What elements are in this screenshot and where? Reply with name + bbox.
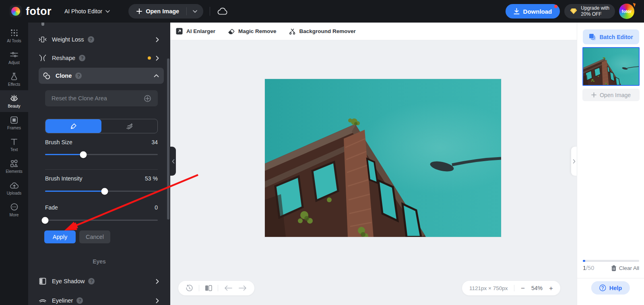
- sidebar-item-effects[interactable]: Effects: [0, 68, 28, 90]
- help-badge-icon[interactable]: ?: [76, 297, 83, 304]
- feature-row-eye-shadow[interactable]: Eye Shadow ?: [39, 273, 164, 289]
- help-button[interactable]: Help: [591, 281, 630, 295]
- tab-background-remover[interactable]: Background Remover: [289, 28, 356, 35]
- reshape-icon: [39, 54, 47, 62]
- help-badge-icon[interactable]: ?: [88, 36, 94, 43]
- arrow-left-icon: [224, 285, 233, 291]
- adjust-icon: [10, 51, 18, 59]
- slider-label: Fade: [45, 204, 58, 211]
- chevron-left-icon: [172, 159, 175, 164]
- sidebar-item-ai-tools[interactable]: AI Tools: [0, 25, 28, 47]
- zoom-toolbar: 1121px × 750px − 54% +: [462, 281, 560, 295]
- app-title-label: AI Photo Editor: [64, 8, 102, 15]
- ai-tools-icon: [10, 29, 18, 37]
- clipped-list-fragment: [41, 23, 44, 26]
- batch-editor-label: Batch Editor: [599, 34, 633, 40]
- divider: [514, 285, 514, 291]
- clear-all-button[interactable]: Clear All: [611, 265, 639, 271]
- cloud-sync-button[interactable]: [217, 7, 228, 15]
- arrow-right-icon: [238, 285, 247, 291]
- image-thumbnail-selected[interactable]: [582, 47, 640, 86]
- feature-label: Weight Loss: [52, 36, 84, 43]
- collapse-left-panel-handle[interactable]: [170, 147, 176, 176]
- open-image-label: Open Image: [146, 8, 179, 15]
- chevron-down-icon: [193, 10, 197, 13]
- slider-thumb[interactable]: [101, 188, 108, 195]
- image-dimensions: 1121px × 750px: [469, 285, 508, 291]
- sidebar-item-more[interactable]: More: [0, 199, 28, 221]
- tab-label: Magic Remove: [238, 28, 277, 34]
- divider: [45, 169, 158, 170]
- diamond-icon: [570, 8, 577, 15]
- brush-tool-tab[interactable]: [45, 119, 101, 133]
- open-image-button[interactable]: Open Image: [128, 4, 186, 19]
- panel-scrollbar[interactable]: [167, 58, 169, 220]
- redo-button[interactable]: [238, 285, 247, 291]
- squiggle-icon: [126, 123, 134, 129]
- undo-button[interactable]: [224, 285, 233, 291]
- upgrade-label: Upgrade with20% OFF: [581, 5, 609, 17]
- apply-button[interactable]: Apply: [44, 230, 76, 243]
- slider-fill: [45, 191, 105, 192]
- sidebar-item-uploads[interactable]: Uploads: [0, 177, 28, 199]
- sidebar-item-beauty[interactable]: Beauty: [0, 90, 28, 112]
- fade-slider[interactable]: [45, 220, 158, 221]
- sidebar-item-elements[interactable]: Elements: [0, 156, 28, 177]
- help-icon: [599, 284, 606, 291]
- upgrade-button[interactable]: Upgrade with20% OFF: [564, 4, 615, 19]
- brush-size-slider[interactable]: [45, 154, 158, 155]
- history-button[interactable]: [186, 284, 193, 292]
- sidebar-item-label: Effects: [8, 82, 20, 87]
- pro-badge: [632, 3, 636, 7]
- batch-editor-button[interactable]: Batch Editor: [583, 29, 639, 44]
- compare-button[interactable]: [205, 285, 212, 291]
- tab-magic-remove[interactable]: Magic Remove: [228, 28, 277, 35]
- batch-count-row: 1 /50 Clear All: [583, 265, 639, 271]
- eyeliner-icon: [39, 298, 47, 303]
- clone-icon: [43, 72, 51, 80]
- eye-shadow-icon: [39, 278, 47, 285]
- reset-clone-area-button[interactable]: Reset the Clone Area: [45, 90, 158, 106]
- help-badge-icon[interactable]: ?: [79, 55, 85, 61]
- fotor-logo[interactable]: fotor: [10, 5, 52, 18]
- erase-tool-tab[interactable]: [101, 119, 157, 133]
- sidebar-open-image-button[interactable]: Open Image: [582, 89, 640, 101]
- eraser-icon: [228, 28, 235, 35]
- zoom-out-button[interactable]: −: [521, 285, 525, 292]
- account-avatar[interactable]: fotor: [619, 4, 634, 19]
- zoom-in-button[interactable]: +: [549, 285, 553, 292]
- app-switcher[interactable]: AI Photo Editor: [64, 8, 110, 15]
- cancel-button[interactable]: Cancel: [79, 230, 110, 243]
- download-button[interactable]: Download: [506, 4, 560, 19]
- feature-row-weight-loss[interactable]: Weight Loss ?: [39, 31, 164, 48]
- edited-photo[interactable]: [265, 79, 501, 237]
- feature-row-clone[interactable]: Clone ?: [39, 68, 164, 84]
- open-image-dropdown[interactable]: [187, 4, 203, 19]
- history-toolbar: [178, 281, 254, 295]
- sidebar-item-adjust[interactable]: Adjust: [0, 47, 28, 68]
- download-icon: [514, 8, 520, 15]
- chevron-right-icon: [156, 37, 159, 42]
- plus-icon: [591, 92, 597, 98]
- avatar-label: fotor: [621, 9, 632, 14]
- feature-row-eyeliner[interactable]: Eyeliner ?: [39, 293, 164, 305]
- sidebar-item-text[interactable]: Text: [0, 134, 28, 156]
- slider-thumb[interactable]: [42, 217, 49, 224]
- help-badge-icon[interactable]: ?: [88, 278, 95, 284]
- feature-row-reshape[interactable]: Reshape ?: [39, 50, 164, 66]
- help-badge-icon[interactable]: ?: [75, 73, 82, 79]
- sidebar-item-label: Beauty: [8, 104, 20, 108]
- brush-size-header: Brush Size 34: [45, 139, 158, 145]
- ai-enlarger-icon: [176, 28, 183, 35]
- slider-thumb[interactable]: [80, 151, 87, 158]
- brush-intensity-slider[interactable]: [45, 191, 158, 192]
- zoom-level: 54%: [531, 285, 543, 291]
- sidebar-item-frames[interactable]: Frames: [0, 112, 28, 134]
- brand-name: fotor: [26, 5, 52, 18]
- scissors-icon: [289, 28, 296, 35]
- sidebar-open-image-label: Open Image: [600, 92, 631, 98]
- divider: [577, 278, 644, 278]
- collapse-right-panel-handle[interactable]: [571, 147, 577, 176]
- feature-label: Clone: [56, 73, 72, 79]
- tab-ai-enlarger[interactable]: AI Enlarger: [176, 28, 215, 35]
